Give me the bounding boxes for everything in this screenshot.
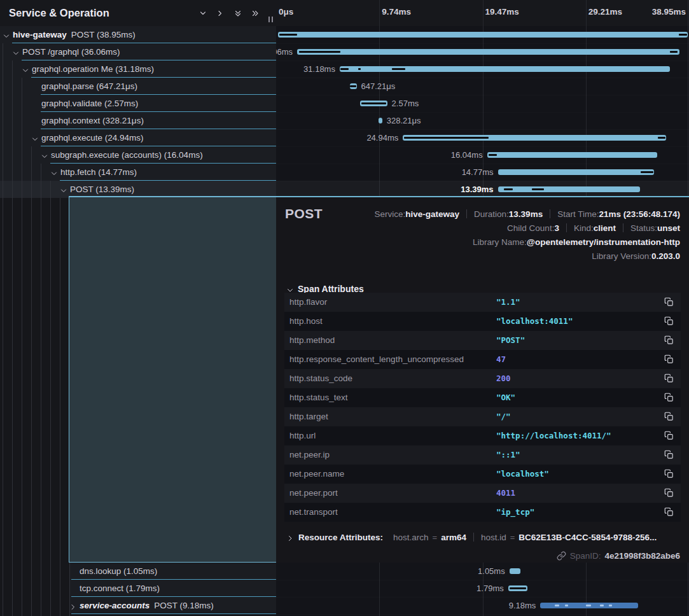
chevron-down-icon[interactable]: [31, 134, 39, 142]
tree-indent-guide: [41, 597, 41, 614]
span-timeline-cell[interactable]: 9.18ms: [276, 597, 689, 615]
span-tree-cell[interactable]: POST /graphql (36.06ms): [0, 43, 276, 60]
span-row[interactable]: graphql.context (328.21μs)328.21μs: [0, 112, 689, 129]
span-tree-cell[interactable]: graphql.operation Me (31.18ms): [0, 60, 276, 78]
span-bar-tick: [350, 85, 356, 87]
meta-value: 3: [554, 223, 559, 233]
span-timeline-cell[interactable]: 14.77ms: [276, 164, 689, 181]
tree-indent-guide: [22, 164, 22, 181]
span-duration-label: 1.79ms: [477, 580, 504, 597]
chevron-down-icon[interactable]: [60, 186, 67, 193]
link-icon[interactable]: [557, 551, 566, 561]
chevron-down-icon[interactable]: [41, 151, 48, 159]
span-timeline-cell[interactable]: 16.04ms: [276, 146, 689, 164]
attribute-row: net.peer.name"localhost": [284, 465, 681, 484]
span-tree-cell[interactable]: graphql.context (328.21μs): [0, 112, 276, 129]
span-row[interactable]: graphql.validate (2.57ms)2.57ms: [0, 95, 689, 112]
panel-resize-handle[interactable]: [268, 17, 274, 22]
attribute-key: net.peer.port: [289, 484, 338, 503]
copy-icon[interactable]: [664, 469, 674, 479]
copy-icon[interactable]: [664, 431, 674, 441]
chevron-down-icon[interactable]: [50, 169, 58, 176]
span-tree-cell[interactable]: graphql.parse (647.21μs): [0, 78, 276, 95]
span-name-label: service-accountsPOST (9.18ms): [80, 597, 214, 614]
span-bar[interactable]: [498, 169, 655, 175]
span-timeline-cell[interactable]: 328.21μs: [276, 112, 689, 130]
chevron-down-icon[interactable]: [197, 7, 209, 19]
timeline-tick-label: 19.47ms: [485, 0, 519, 24]
span-bar[interactable]: [278, 32, 688, 38]
copy-icon[interactable]: [664, 316, 674, 326]
span-timeline-cell[interactable]: 24.94ms: [276, 129, 689, 147]
span-timeline-cell[interactable]: 1.05ms: [276, 563, 689, 580]
span-timeline-cell[interactable]: [276, 26, 689, 44]
span-tree-cell[interactable]: dns.lookup (1.05ms): [0, 563, 276, 580]
span-row[interactable]: POST /graphql (36.06ms)36.06ms: [0, 43, 689, 60]
span-tree-cell[interactable]: graphql.execute (24.94ms): [0, 129, 276, 146]
span-row[interactable]: POST (13.39ms)13.39ms: [0, 181, 689, 198]
span-tree-cell[interactable]: service-accountsPOST (9.18ms): [0, 597, 276, 614]
span-bar[interactable]: [487, 152, 657, 158]
copy-icon[interactable]: [664, 374, 674, 384]
span-row[interactable]: graphql.operation Me (31.18ms)31.18ms: [0, 60, 689, 78]
tree-indent-guide: [12, 78, 13, 95]
chevron-down-icon[interactable]: [3, 31, 10, 39]
span-row[interactable]: hive-gatewayPOST (38.95ms): [0, 26, 689, 43]
tree-header-title: Service & Operation: [9, 0, 109, 26]
span-bar[interactable]: [340, 66, 670, 72]
span-name-label: subgraph.execute (accounts) (16.04ms): [51, 146, 203, 164]
span-bar[interactable]: [297, 49, 679, 55]
span-bar[interactable]: [379, 118, 382, 123]
span-tree-cell[interactable]: subgraph.execute (accounts) (16.04ms): [0, 146, 276, 164]
chevron-down-icon[interactable]: [22, 66, 29, 73]
span-detail-panel: POST Service: hive-gatewayDuration: 13.3…: [276, 196, 689, 563]
tree-indent-guide: [22, 78, 22, 95]
resource-attributes-row[interactable]: Resource Attributes: host.arch=arm64host…: [286, 531, 657, 543]
tree-indent-guide: [22, 597, 22, 614]
span-row[interactable]: graphql.execute (24.94ms)24.94ms: [0, 129, 689, 146]
copy-icon[interactable]: [664, 412, 674, 422]
span-timeline-cell[interactable]: 2.57ms: [276, 95, 689, 113]
copy-icon[interactable]: [664, 488, 674, 498]
span-title: POST: [285, 206, 323, 221]
chevron-right-icon[interactable]: [69, 602, 77, 610]
span-row[interactable]: graphql.parse (647.21μs)647.21μs: [0, 78, 689, 95]
span-tree-cell[interactable]: tcp.connect (1.79ms): [0, 580, 276, 597]
copy-icon[interactable]: [664, 450, 674, 460]
chevrons-down-icon[interactable]: [232, 7, 244, 19]
copy-icon[interactable]: [664, 507, 674, 517]
chevrons-right-icon[interactable]: [249, 7, 261, 19]
span-duration-label: 16.04ms: [451, 146, 483, 164]
span-row[interactable]: tcp.connect (1.79ms)1.79ms: [0, 580, 689, 597]
span-row[interactable]: dns.lookup (1.05ms)1.05ms: [0, 563, 689, 580]
span-tree-cell[interactable]: graphql.validate (2.57ms): [0, 95, 276, 112]
span-row[interactable]: service-accountsPOST (9.18ms)9.18ms: [0, 597, 689, 614]
span-timeline-cell[interactable]: 36.06ms: [276, 43, 689, 61]
chevron-right-icon[interactable]: [214, 7, 226, 19]
timeline-gridline: [586, 0, 587, 26]
span-bar[interactable]: [498, 186, 640, 192]
span-tree-cell[interactable]: hive-gatewayPOST (38.95ms): [0, 26, 276, 43]
meta-value: 21ms (23:56:48.174): [599, 209, 680, 219]
span-tree-cell[interactable]: POST (13.39ms): [0, 181, 276, 198]
span-bar-tick: [658, 137, 665, 139]
copy-icon[interactable]: [664, 297, 674, 307]
tree-indent-guide: [3, 563, 3, 580]
meta-separator: [623, 223, 623, 232]
span-timeline-cell[interactable]: 1.79ms: [276, 580, 689, 598]
span-tree-cell[interactable]: http.fetch (14.77ms): [0, 164, 276, 181]
copy-icon[interactable]: [664, 335, 674, 346]
span-bar[interactable]: [510, 568, 521, 574]
span-row[interactable]: http.fetch (14.77ms)14.77ms: [0, 164, 689, 181]
span-timeline-cell[interactable]: 647.21μs: [276, 78, 689, 95]
copy-icon[interactable]: [664, 393, 674, 403]
tree-indent-guide: [31, 597, 32, 614]
tree-indent-guide: [60, 597, 60, 614]
meta-key: Duration:: [474, 209, 509, 219]
tree-indent-guide: [31, 146, 32, 164]
chevron-down-icon[interactable]: [12, 48, 20, 56]
tree-indent-guide: [31, 563, 32, 580]
span-row[interactable]: subgraph.execute (accounts) (16.04ms)16.…: [0, 146, 689, 164]
copy-icon[interactable]: [664, 354, 674, 365]
span-timeline-cell[interactable]: 31.18ms: [276, 60, 689, 78]
